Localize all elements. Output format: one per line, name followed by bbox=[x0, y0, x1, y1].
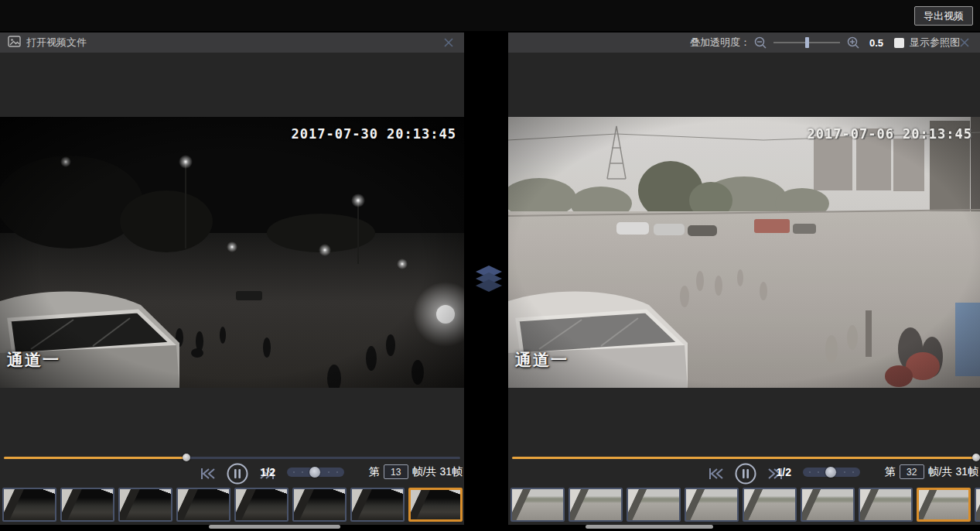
speed-label: 1/2 bbox=[261, 466, 275, 478]
right-panel-header: 叠加透明度： 0.5 显示参照图 bbox=[508, 33, 980, 53]
thumbnail[interactable] bbox=[118, 488, 172, 522]
night-scene-graphic bbox=[0, 117, 464, 388]
thumbnail[interactable] bbox=[350, 488, 405, 522]
right-playback-controls: 1/2 第 帧/共 31帧 bbox=[508, 463, 980, 488]
layers-compare-icon bbox=[474, 266, 504, 293]
thumbnail[interactable] bbox=[743, 488, 797, 522]
thumbnail[interactable] bbox=[859, 488, 913, 522]
left-progress-bar[interactable] bbox=[4, 453, 460, 462]
speed-slider-knob[interactable] bbox=[825, 467, 836, 478]
thumbnail[interactable] bbox=[176, 488, 230, 522]
export-video-button[interactable]: 导出视频 bbox=[914, 6, 973, 26]
frame-prefix-label: 第 bbox=[369, 465, 380, 479]
frame-total-label: 帧/共 31帧 bbox=[928, 465, 978, 479]
opacity-value: 0.5 bbox=[869, 37, 883, 49]
pause-button[interactable] bbox=[227, 463, 248, 485]
frame-number-input[interactable] bbox=[384, 464, 408, 479]
thumbnail[interactable] bbox=[234, 488, 289, 522]
thumbnail[interactable] bbox=[975, 488, 980, 522]
right-progress-bar[interactable] bbox=[512, 453, 976, 462]
video-compare-app: 导出视频 打开视频文件 bbox=[0, 0, 980, 531]
thumbnail[interactable] bbox=[569, 488, 623, 522]
top-bar: 导出视频 bbox=[0, 0, 980, 31]
previous-frame-button[interactable] bbox=[200, 468, 217, 480]
right-thumbnail-strip bbox=[508, 488, 980, 523]
right-video-timestamp: 2017-07-06 20:13:45 bbox=[808, 126, 972, 142]
speed-slider-knob[interactable] bbox=[309, 467, 320, 478]
frame-total-label: 帧/共 31帧 bbox=[412, 465, 463, 479]
left-panel-header: 打开视频文件 bbox=[0, 33, 464, 53]
day-scene-graphic bbox=[508, 117, 980, 388]
image-file-icon bbox=[8, 36, 21, 50]
speed-slider[interactable] bbox=[803, 468, 860, 477]
thumbnail[interactable] bbox=[2, 488, 56, 522]
left-thumbnail-strip bbox=[0, 488, 466, 523]
left-panel-close-icon[interactable] bbox=[442, 36, 455, 49]
thumbnail[interactable] bbox=[627, 488, 681, 522]
previous-frame-button[interactable] bbox=[708, 468, 725, 480]
opacity-increase-icon[interactable] bbox=[846, 36, 860, 50]
left-video-frame[interactable]: 2017-07-30 20:13:45 通道一 bbox=[0, 117, 464, 388]
left-channel-label: 通道一 bbox=[7, 349, 60, 371]
left-playback-controls: 1/2 第 帧/共 31帧 bbox=[0, 463, 464, 488]
thumbnail[interactable] bbox=[60, 488, 114, 522]
frame-prefix-label: 第 bbox=[885, 465, 896, 479]
thumbnail-selected[interactable] bbox=[408, 488, 463, 522]
open-video-file-control[interactable]: 打开视频文件 bbox=[8, 36, 87, 50]
right-channel-label: 通道一 bbox=[515, 349, 569, 371]
left-video-panel: 打开视频文件 bbox=[0, 33, 464, 525]
thumbnail[interactable] bbox=[685, 488, 739, 522]
show-reference-label: 显示参照图 bbox=[910, 36, 960, 50]
thumbnail[interactable] bbox=[510, 488, 565, 522]
left-thumbnail-scrollbar[interactable] bbox=[209, 525, 340, 529]
opacity-decrease-icon[interactable] bbox=[753, 36, 767, 50]
progress-knob[interactable] bbox=[972, 454, 980, 461]
speed-slider[interactable] bbox=[287, 468, 344, 477]
right-video-frame[interactable]: 2017-07-06 20:13:45 通道一 bbox=[508, 117, 980, 388]
thumbnail-selected[interactable] bbox=[917, 488, 971, 522]
thumbnail[interactable] bbox=[292, 488, 347, 522]
frame-number-input[interactable] bbox=[900, 464, 924, 479]
thumbnail[interactable] bbox=[801, 488, 855, 522]
progress-fill bbox=[4, 457, 186, 459]
open-video-file-label: 打开视频文件 bbox=[26, 36, 87, 50]
pause-button[interactable] bbox=[735, 463, 756, 485]
progress-fill bbox=[512, 457, 976, 459]
speed-label: 1/2 bbox=[777, 466, 791, 478]
right-video-panel: 叠加透明度： 0.5 显示参照图 bbox=[508, 33, 980, 525]
progress-knob[interactable] bbox=[183, 454, 190, 461]
left-video-timestamp: 2017-07-30 20:13:45 bbox=[292, 126, 456, 142]
opacity-slider[interactable] bbox=[773, 42, 840, 43]
right-panel-close-icon[interactable] bbox=[958, 36, 971, 49]
opacity-slider-knob[interactable] bbox=[805, 37, 809, 48]
right-thumbnail-scrollbar[interactable] bbox=[586, 525, 713, 529]
overlay-opacity-label: 叠加透明度： bbox=[690, 36, 750, 50]
show-reference-checkbox[interactable] bbox=[894, 38, 904, 48]
